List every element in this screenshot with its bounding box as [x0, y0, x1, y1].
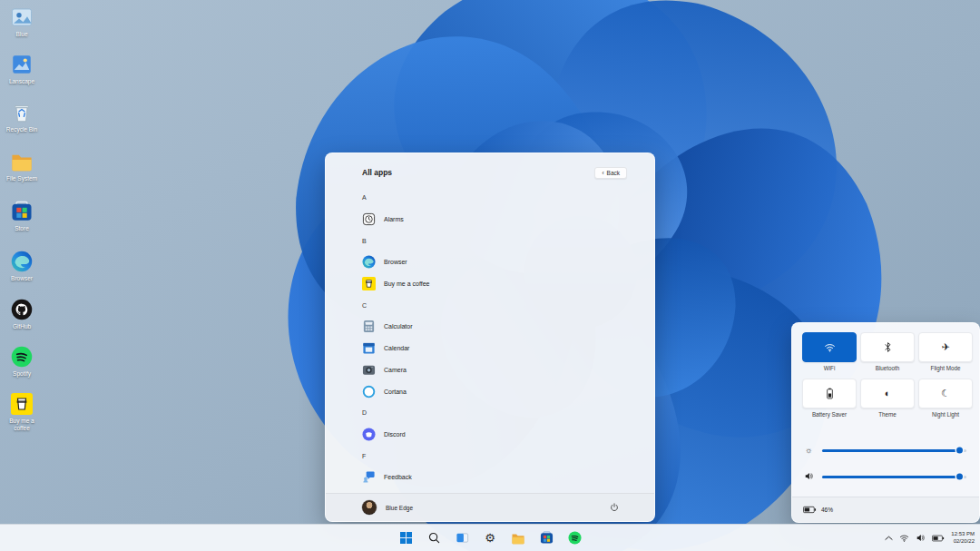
night-light-label: Night Light	[932, 411, 959, 418]
volume-slider-thumb[interactable]	[956, 474, 963, 480]
cortana-icon	[362, 385, 376, 398]
clock-time: 12:53 PM	[951, 531, 975, 538]
spotify-button[interactable]	[564, 528, 584, 548]
start-menu-footer: Blue Edge	[326, 493, 654, 521]
clock-date: 02/20/22	[954, 538, 975, 546]
desktop-icon-recycle-bin[interactable]: Recycle Bin	[0, 101, 44, 133]
start-button[interactable]	[396, 528, 416, 548]
flight-mode-label: Flight Mode	[931, 365, 961, 371]
app-item-camera[interactable]: Camera	[326, 359, 654, 381]
discord-icon	[362, 428, 376, 441]
battery-percentage[interactable]: 46%	[821, 507, 833, 513]
airplane-icon: ✈	[941, 342, 949, 352]
github-icon	[10, 298, 34, 321]
clock[interactable]: 12:53 PM 02/20/22	[951, 531, 975, 545]
bluetooth-tile[interactable]	[860, 332, 915, 362]
desktop-icon-file-system[interactable]: File System	[0, 150, 44, 182]
desktop-icon-github[interactable]: GitHub	[0, 298, 44, 330]
section-letter-b[interactable]: B	[326, 230, 654, 251]
section-letter-f[interactable]: F	[326, 445, 654, 467]
app-item-alarms[interactable]: Alarms	[326, 209, 654, 231]
user-avatar[interactable]	[362, 500, 377, 515]
tray-chevron-button[interactable]	[885, 536, 893, 541]
app-item-calculator[interactable]: Calculator	[326, 316, 654, 338]
desktop-icon-spotify[interactable]: Spotify	[0, 345, 44, 378]
app-item-label: Discord	[384, 431, 406, 438]
app-item-feedback[interactable]: Feedback	[326, 467, 654, 488]
app-item-buy-me-a-coffee[interactable]: Buy me a coffee	[326, 273, 654, 295]
chevron-up-icon	[885, 536, 893, 541]
volume-slider[interactable]	[822, 476, 966, 478]
spotify-icon	[568, 531, 582, 545]
battery-icon	[803, 506, 817, 514]
all-apps-title: All apps	[362, 168, 392, 177]
brightness-slider[interactable]	[822, 449, 966, 452]
desktop-icon-label: Store	[15, 225, 29, 232]
desktop-icon-store[interactable]: Store	[0, 200, 44, 232]
wifi-label: WiFi	[824, 365, 836, 371]
tray-battery-button[interactable]	[932, 535, 945, 542]
bluetooth-icon	[884, 341, 892, 353]
app-item-label: Browser	[384, 259, 407, 265]
battery-saver-label: Battery Saver	[812, 411, 847, 418]
desktop-icon-label: Recycle Bin	[6, 126, 37, 133]
section-letter-c[interactable]: C	[326, 294, 654, 316]
folder-icon	[511, 531, 525, 546]
bluetooth-label: Bluetooth	[876, 365, 900, 371]
user-name[interactable]: Blue Edge	[386, 505, 413, 511]
desktop-icon-lanscape[interactable]: Lanscape	[0, 53, 44, 85]
app-item-discord[interactable]: Discord	[326, 424, 654, 446]
feedback-icon	[362, 470, 376, 484]
wifi-tile[interactable]	[802, 332, 857, 362]
tray-volume-button[interactable]	[916, 533, 926, 543]
edge-browser-icon	[10, 250, 34, 273]
edge-browser-icon	[362, 255, 376, 269]
desktop-screen: Blue Lanscape Recycle Bin File System St…	[0, 0, 980, 551]
app-item-label: Buy me a coffee	[384, 280, 429, 287]
volume-icon	[803, 471, 814, 483]
app-item-calendar[interactable]: Calendar	[326, 338, 654, 359]
desktop-icon-label: File System	[6, 175, 37, 182]
battery-saver-icon	[826, 388, 834, 399]
task-view-icon	[456, 531, 469, 545]
volume-icon	[916, 533, 926, 543]
back-button[interactable]: ‹ Back	[594, 167, 627, 179]
app-item-label: Alarms	[384, 216, 404, 222]
calendar-icon	[362, 341, 376, 355]
power-button[interactable]	[607, 500, 622, 515]
windows-logo-icon	[400, 532, 412, 544]
desktop-icon-label: Buy me a coffee	[1, 418, 43, 431]
store-icon	[10, 200, 34, 223]
file-explorer-button[interactable]	[508, 528, 528, 548]
taskbar: ⚙ 12:5	[0, 524, 980, 551]
app-item-cortana[interactable]: Cortana	[326, 380, 654, 402]
settings-button[interactable]: ⚙	[480, 528, 500, 548]
folder-icon	[10, 150, 34, 173]
start-menu-header: All apps ‹ Back	[326, 153, 654, 186]
system-tray: 12:53 PM 02/20/22	[885, 525, 975, 551]
flight-mode-tile[interactable]: ✈	[918, 332, 973, 362]
search-button[interactable]	[424, 528, 444, 548]
desktop-icon-label: Spotify	[13, 370, 31, 378]
theme-icon: ◐	[885, 389, 891, 398]
desktop-icon-blue[interactable]: Blue	[0, 5, 44, 38]
desktop-icon-buy-me-a-coffee[interactable]: Buy me a coffee	[0, 392, 44, 431]
app-item-browser[interactable]: Browser	[326, 251, 654, 273]
wifi-icon	[899, 533, 909, 543]
task-view-button[interactable]	[452, 528, 472, 548]
brightness-slider-thumb[interactable]	[956, 448, 963, 454]
battery-saver-tile[interactable]	[802, 379, 857, 408]
quick-settings-footer: 46%	[792, 497, 979, 522]
theme-tile[interactable]: ◐	[860, 379, 915, 408]
night-light-tile[interactable]: ☾	[918, 379, 973, 408]
coffee-icon	[10, 392, 34, 416]
store-button[interactable]	[536, 528, 556, 548]
desktop-icon-browser[interactable]: Browser	[0, 250, 44, 282]
alarms-icon	[362, 212, 376, 226]
section-letter-d[interactable]: D	[326, 402, 654, 424]
section-letter-a[interactable]: A	[326, 187, 654, 209]
desktop-icon-label: Lanscape	[9, 78, 34, 85]
coffee-icon	[362, 277, 376, 290]
tray-wifi-button[interactable]	[899, 533, 909, 543]
wifi-icon	[824, 341, 836, 353]
